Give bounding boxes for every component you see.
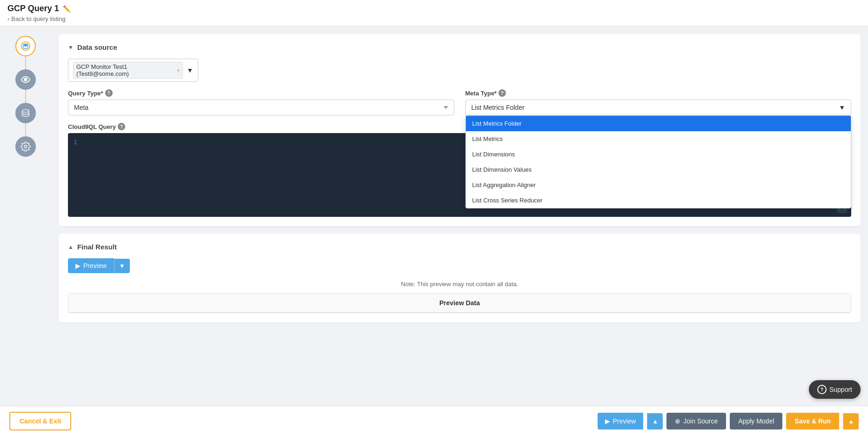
svg-point-1	[24, 78, 27, 81]
content-area: ▼ Data source GCP Monitor Test1 (Test8@s…	[51, 27, 868, 406]
save-run-button[interactable]: Save & Run	[786, 413, 839, 429]
back-link[interactable]: ‹ Back to query listing	[7, 15, 861, 22]
bottom-left: Cancel & Exit	[9, 412, 71, 430]
query-type-group: Query Type* ? Meta	[68, 89, 454, 115]
database-sidebar-icon[interactable]	[15, 103, 36, 123]
meta-type-dropdown-container: List Metrics Folder ▼ List Metrics Folde…	[465, 100, 852, 115]
meta-type-group: Meta Type* ? List Metrics Folder ▼ List …	[465, 89, 852, 115]
sidebar-item-settings	[15, 136, 36, 157]
meta-type-dropdown-list: List Metrics Folder List Metrics List Di…	[465, 115, 852, 208]
meta-type-option-3[interactable]: List Dimension Values	[466, 162, 851, 177]
top-header: GCP Query 1 ✏️ ‹ Back to query listing	[0, 0, 868, 27]
datasource-icon[interactable]	[15, 36, 36, 56]
form-row: Query Type* ? Meta Meta Type* ?	[68, 89, 851, 115]
meta-type-option-2[interactable]: List Dimensions	[466, 147, 851, 162]
svg-point-3	[24, 145, 27, 148]
join-plus-icon: ⊕	[675, 417, 680, 425]
bottom-preview-arrow-button[interactable]: ▲	[647, 413, 663, 429]
datasource-dropdown-chevron: ▼	[187, 67, 193, 74]
final-result-collapse-icon[interactable]: ▲	[68, 244, 74, 250]
datasource-label: Data source	[77, 43, 117, 51]
query-type-select[interactable]: Meta	[68, 100, 454, 115]
main-layout: ▼ Data source GCP Monitor Test1 (Test8@s…	[0, 27, 868, 406]
connector-3	[25, 123, 26, 136]
edit-icon[interactable]: ✏️	[63, 5, 71, 13]
svg-point-2	[22, 110, 29, 113]
preview-sidebar-icon[interactable]	[15, 69, 36, 90]
connector-2	[25, 90, 26, 103]
meta-type-option-1[interactable]: List Metrics	[466, 131, 851, 147]
sidebar-item-database	[15, 103, 36, 136]
bottom-play-icon: ▶	[605, 417, 610, 425]
connector-1	[25, 56, 26, 69]
join-source-button[interactable]: ⊕ Join Source	[666, 413, 726, 429]
collapse-icon[interactable]: ▼	[68, 44, 74, 51]
meta-type-help-icon[interactable]: ?	[498, 89, 506, 97]
preview-note: Note: This preview may not contain all d…	[68, 281, 851, 288]
datasource-selector[interactable]: GCP Monitor Test1 (Test8@some.com) × ▼	[68, 59, 198, 82]
support-button[interactable]: ? Support	[809, 380, 861, 399]
cloud9ql-help-icon[interactable]: ?	[118, 123, 125, 130]
preview-group: ▶ Preview ▼	[68, 258, 851, 273]
apply-model-button[interactable]: Apply Model	[730, 413, 782, 429]
final-result-label: Final Result	[77, 243, 117, 251]
meta-type-option-0[interactable]: List Metrics Folder	[466, 116, 851, 131]
meta-type-chevron-icon: ▼	[839, 104, 845, 111]
line-numbers: 1	[74, 139, 83, 211]
save-run-arrow-button[interactable]: ▲	[843, 413, 859, 429]
sidebar-item-preview	[15, 69, 36, 103]
meta-type-dropdown-trigger[interactable]: List Metrics Folder ▼	[465, 100, 852, 115]
tag-close-icon[interactable]: ×	[177, 67, 180, 73]
page-title: GCP Query 1	[7, 4, 59, 13]
meta-type-label: Meta Type* ?	[465, 89, 852, 97]
settings-sidebar-icon[interactable]	[15, 136, 36, 157]
sidebar	[0, 27, 51, 406]
meta-type-option-4[interactable]: List Aggregation Aligner	[466, 177, 851, 193]
meta-type-selected: List Metrics Folder	[471, 104, 525, 111]
play-icon: ▶	[75, 262, 81, 269]
preview-data-header: Preview Data	[68, 294, 851, 313]
datasource-section-header: ▼ Data source	[68, 43, 851, 51]
bottom-preview-button[interactable]: ▶ Preview	[598, 413, 644, 429]
datasource-tag: GCP Monitor Test1 (Test8@some.com) ×	[73, 62, 183, 79]
bottom-right: ▶ Preview ▲ ⊕ Join Source Apply Model Sa…	[598, 413, 859, 429]
chevron-left-icon: ‹	[7, 15, 9, 22]
preview-arrow-button[interactable]: ▼	[114, 259, 130, 273]
page-title-row: GCP Query 1 ✏️	[7, 4, 861, 13]
query-type-label: Query Type* ?	[68, 89, 454, 97]
sidebar-item-datasource	[15, 36, 36, 69]
final-result-header: ▲ Final Result	[68, 243, 851, 251]
support-circle-icon: ?	[817, 385, 827, 394]
bottom-bar: Cancel & Exit ▶ Preview ▲ ⊕ Join Source …	[0, 406, 868, 436]
query-type-help-icon[interactable]: ?	[105, 89, 113, 97]
preview-data-table: Preview Data	[68, 293, 851, 313]
final-result-card: ▲ Final Result ▶ Preview ▼ Note: This pr…	[59, 234, 861, 322]
datasource-card: ▼ Data source GCP Monitor Test1 (Test8@s…	[59, 34, 861, 226]
preview-button[interactable]: ▶ Preview	[68, 258, 114, 273]
meta-type-option-5[interactable]: List Cross Series Reducer	[466, 193, 851, 208]
cancel-exit-button[interactable]: Cancel & Exit	[9, 412, 71, 430]
